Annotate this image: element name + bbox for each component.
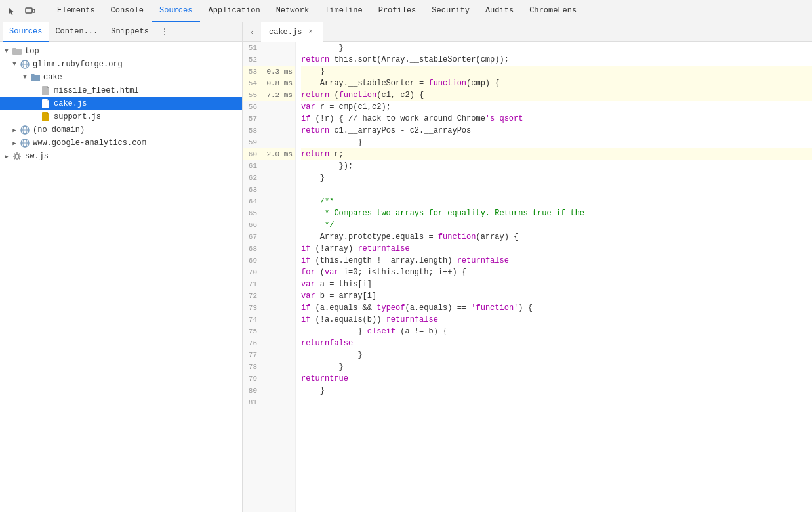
sub-tab-snippets[interactable]: Snippets xyxy=(104,22,155,42)
line-number: 79 xyxy=(243,375,262,383)
sub-tab-content[interactable]: Conten... xyxy=(49,22,104,42)
line-row: 69 xyxy=(243,255,295,267)
tree-item-google-analytics[interactable]: ▶ www.google-analytics.com xyxy=(0,137,242,150)
line-timing: 0.8 ms xyxy=(262,79,295,87)
tab-elements[interactable]: Elements xyxy=(49,0,103,22)
tab-sources[interactable]: Sources xyxy=(152,0,200,22)
code-line: }); xyxy=(301,160,812,172)
line-row: 79 xyxy=(243,373,295,385)
tree-item-sw-js[interactable]: ▶ sw.js xyxy=(0,150,242,163)
svg-point-11 xyxy=(15,154,19,158)
code-editor[interactable]: 5152530.3 ms540.8 ms557.2 ms56575859602.… xyxy=(243,42,812,512)
right-panel: ‹ cake.js × 5152530.3 ms540.8 ms557.2 ms… xyxy=(243,22,812,512)
line-row: 68 xyxy=(243,243,295,255)
line-row: 78 xyxy=(243,361,295,373)
code-line xyxy=(301,396,812,408)
top-nav-bar: Elements Console Sources Application Net… xyxy=(0,0,812,22)
tree-label-cake-js: cake.js xyxy=(54,99,87,108)
line-row: 530.3 ms xyxy=(243,66,295,77)
tree-item-cake-folder[interactable]: ▼ cake xyxy=(0,71,242,84)
line-row: 540.8 ms xyxy=(243,77,295,89)
code-line: if (this.length != array.length) return … xyxy=(301,255,812,267)
navigate-back-button[interactable]: ‹ xyxy=(243,23,261,41)
line-number: 66 xyxy=(243,221,262,229)
tab-console[interactable]: Console xyxy=(103,0,152,22)
line-number: 65 xyxy=(243,209,262,217)
more-tabs-button[interactable]: ⋮ xyxy=(157,24,173,40)
nav-icon-group xyxy=(3,2,39,20)
tree-item-missile[interactable]: ▶ missile_fleet.html xyxy=(0,84,242,97)
line-number: 51 xyxy=(243,44,262,52)
line-number: 52 xyxy=(243,56,262,64)
line-number: 55 xyxy=(243,91,262,99)
tree-label-missile: missile_fleet.html xyxy=(54,86,139,95)
line-row: 74 xyxy=(243,314,295,326)
line-row: 52 xyxy=(243,54,295,66)
code-line: } xyxy=(301,42,812,54)
tab-network[interactable]: Network xyxy=(268,0,317,22)
tree-arrow-cake: ▼ xyxy=(21,74,29,81)
line-number: 76 xyxy=(243,339,262,347)
line-row: 65 xyxy=(243,207,295,219)
line-number: 70 xyxy=(243,268,262,276)
tab-security[interactable]: Security xyxy=(424,0,477,22)
tree-item-no-domain[interactable]: ▶ (no domain) xyxy=(0,123,242,137)
file-icon-support-js xyxy=(41,112,51,122)
tab-audits[interactable]: Audits xyxy=(477,0,521,22)
tree-label-support-js: support.js xyxy=(54,112,101,121)
file-icon-missile xyxy=(41,85,51,96)
code-line: } xyxy=(301,172,812,184)
file-icon-cake-js xyxy=(41,98,51,109)
editor-tabs-bar: ‹ cake.js × xyxy=(243,22,812,42)
main-container: Sources Conten... Snippets ⋮ ▼ top ▼ gl xyxy=(0,22,812,512)
line-row: 75 xyxy=(243,326,295,337)
line-timing: 0.3 ms xyxy=(262,68,295,75)
line-number: 58 xyxy=(243,127,262,135)
line-row: 602.0 ms xyxy=(243,148,295,160)
line-row: 81 xyxy=(243,396,295,408)
code-line: for (var i=0; i<this.length; i++) { xyxy=(301,267,812,278)
cursor-icon[interactable] xyxy=(3,2,21,20)
line-number: 64 xyxy=(243,198,262,205)
tree-label-no-domain: (no domain) xyxy=(33,125,85,135)
line-number: 78 xyxy=(243,363,262,371)
tree-item-cake-js[interactable]: ▶ cake.js xyxy=(0,97,242,110)
sub-tab-sources[interactable]: Sources xyxy=(3,22,49,42)
code-line: } xyxy=(301,137,812,148)
tree-label-google-analytics: www.google-analytics.com xyxy=(33,139,146,148)
tab-profiles[interactable]: Profiles xyxy=(371,0,424,22)
line-row: 58 xyxy=(243,125,295,137)
line-number: 62 xyxy=(243,174,262,182)
tab-chromelens[interactable]: ChromeLens xyxy=(521,0,584,22)
svg-rect-1 xyxy=(33,9,35,12)
tree-item-top[interactable]: ▼ top xyxy=(0,45,242,58)
tree-arrow-no-domain: ▶ xyxy=(10,126,18,134)
code-line: } else if (a != b) { xyxy=(301,326,812,337)
line-row: 57 xyxy=(243,113,295,125)
line-row: 51 xyxy=(243,42,295,54)
editor-tab-filename: cake.js xyxy=(269,28,302,37)
line-number: 75 xyxy=(243,328,262,335)
line-row: 63 xyxy=(243,184,295,196)
line-row: 73 xyxy=(243,302,295,314)
tab-application[interactable]: Application xyxy=(200,0,268,22)
code-line: Array.prototype.equals = function(array)… xyxy=(301,231,812,243)
code-line: if (a.equals && typeof(a.equals) == 'fun… xyxy=(301,302,812,314)
tree-item-glimr[interactable]: ▼ glimr.rubyforge.org xyxy=(0,58,242,71)
gear-icon-sw xyxy=(12,151,22,161)
divider xyxy=(45,4,45,18)
tab-timeline[interactable]: Timeline xyxy=(317,0,371,22)
line-number: 56 xyxy=(243,103,262,111)
tree-label-sw-js: sw.js xyxy=(25,152,49,161)
editor-tab-cake-js[interactable]: cake.js × xyxy=(261,22,323,42)
device-icon[interactable] xyxy=(21,2,39,20)
line-row: 61 xyxy=(243,160,295,172)
line-number: 68 xyxy=(243,245,262,253)
code-line: return false xyxy=(301,337,812,349)
code-line: return r; xyxy=(301,148,812,160)
editor-tab-close-button[interactable]: × xyxy=(306,28,315,37)
line-timing: 7.2 ms xyxy=(262,91,295,99)
sub-tabs-bar: Sources Conten... Snippets ⋮ xyxy=(0,22,242,42)
tree-item-support-js[interactable]: ▶ support.js xyxy=(0,110,242,123)
line-row: 80 xyxy=(243,385,295,396)
